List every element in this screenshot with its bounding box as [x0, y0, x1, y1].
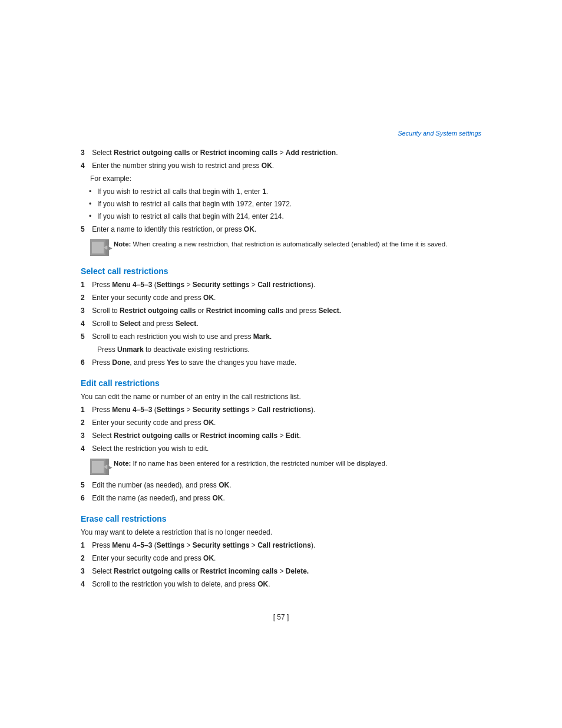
note-1-text: Note: When creating a new restriction, t…: [114, 239, 447, 249]
select-s4-text: Scroll to Select and press Select.: [92, 319, 198, 328]
edit-s4-num: 4: [81, 443, 90, 454]
select-s2-num: 2: [81, 292, 90, 303]
select-s6-text: Press Done, and press Yes to save the ch…: [92, 358, 296, 367]
select-step-1: 1 Press Menu 4–5–3 (Settings > Security …: [81, 279, 481, 290]
page-container: Security and System settings 3 Select Re…: [0, 0, 562, 728]
edit-heading: Edit call restrictions: [81, 378, 481, 388]
edit-step-4: 4 Select the restriction you wish to edi…: [81, 443, 481, 454]
edit-s1-num: 1: [81, 404, 90, 415]
for-example-label: For example:: [81, 173, 481, 184]
select-step-5: 5 Scroll to each restriction you wish to…: [81, 331, 481, 342]
header-label: Security and System settings: [81, 130, 481, 137]
note-icon-2: [90, 459, 109, 475]
edit-s4-text: Select the restriction you wish to edit.: [92, 444, 209, 453]
edit-s5-text: Edit the number (as needed), and press O…: [92, 481, 231, 489]
edit-s2-num: 2: [81, 417, 90, 428]
edit-s3-num: 3: [81, 430, 90, 441]
erase-step-2: 2 Enter your security code and press OK.: [81, 553, 481, 564]
select-s5-text: Scroll to each restriction you wish to u…: [92, 332, 272, 341]
edit-step-3: 3 Select Restrict outgoing calls or Rest…: [81, 430, 481, 441]
select-s6-num: 6: [81, 357, 90, 368]
edit-s6-num: 6: [81, 493, 90, 503]
erase-s1-text: Press Menu 4–5–3 (Settings > Security se…: [92, 541, 315, 549]
bullet-item-3: If you wish to restrict all calls that b…: [97, 211, 481, 222]
edit-step-6: 6 Edit the name (as needed), and press O…: [81, 493, 481, 503]
select-step-4: 4 Scroll to Select and press Select.: [81, 318, 481, 329]
bullet-list: If you wish to restrict all calls that b…: [81, 186, 481, 222]
erase-s4-text: Scroll to the restriction you wish to de…: [92, 580, 270, 588]
step-4-number: 4: [81, 160, 90, 171]
edit-step-5: 5 Edit the number (as needed), and press…: [81, 480, 481, 490]
erase-s1-num: 1: [81, 540, 90, 551]
erase-s3-text: Select Restrict outgoing calls or Restri…: [92, 567, 309, 575]
edit-step-2: 2 Enter your security code and press OK.: [81, 417, 481, 428]
step-3-text: Select Restrict outgoing calls or Restri…: [92, 149, 338, 157]
select-step-6: 6 Press Done, and press Yes to save the …: [81, 357, 481, 368]
step-4-line: 4 Enter the number string you wish to re…: [81, 160, 481, 171]
erase-step-4: 4 Scroll to the restriction you wish to …: [81, 579, 481, 589]
edit-s3-text: Select Restrict outgoing calls or Restri…: [92, 431, 300, 440]
select-s5-num: 5: [81, 331, 90, 342]
step-5-text: Enter a name to identify this restrictio…: [92, 225, 256, 233]
erase-s4-num: 4: [81, 579, 90, 589]
erase-step-3: 3 Select Restrict outgoing calls or Rest…: [81, 566, 481, 577]
select-s4-num: 4: [81, 318, 90, 329]
svg-rect-2: [92, 242, 104, 253]
select-s2-text: Enter your security code and press OK.: [92, 294, 216, 302]
select-s3-num: 3: [81, 305, 90, 316]
page-number: [ 57 ]: [81, 613, 481, 621]
select-step-3: 3 Scroll to Restrict outgoing calls or R…: [81, 305, 481, 316]
note-box-1: Note: When creating a new restriction, t…: [90, 239, 481, 256]
erase-heading: Erase call restrictions: [81, 514, 481, 523]
bullet-item-2: If you wish to restrict all calls that b…: [97, 199, 481, 209]
note-2-text: Note: If no name has been entered for a …: [114, 459, 387, 469]
note-icon-1: [90, 239, 109, 256]
select-s1-text: Press Menu 4–5–3 (Settings > Security se…: [92, 281, 315, 289]
step-5-number: 5: [81, 224, 90, 235]
note-1-content: When creating a new restriction, that re…: [133, 241, 448, 248]
svg-rect-6: [92, 461, 104, 473]
note-box-2: Note: If no name has been entered for a …: [90, 459, 481, 475]
erase-s2-text: Enter your security code and press OK.: [92, 554, 216, 562]
content-area: Security and System settings 3 Select Re…: [81, 0, 481, 657]
select-step-2: 2 Enter your security code and press OK.: [81, 292, 481, 303]
step-5-line: 5 Enter a name to identify this restrict…: [81, 224, 481, 235]
edit-step-1: 1 Press Menu 4–5–3 (Settings > Security …: [81, 404, 481, 415]
erase-s2-num: 2: [81, 553, 90, 564]
edit-s1-text: Press Menu 4–5–3 (Settings > Security se…: [92, 406, 315, 414]
edit-s5-num: 5: [81, 480, 90, 490]
erase-intro: You may want to delete a restriction tha…: [81, 527, 481, 538]
select-s1-num: 1: [81, 279, 90, 290]
note-2-label: Note:: [114, 460, 131, 467]
edit-intro: You can edit the name or number of an en…: [81, 391, 481, 402]
edit-s2-text: Enter your security code and press OK.: [92, 419, 216, 427]
select-unmark-line: Press Unmark to deactivate existing rest…: [81, 344, 481, 355]
select-heading: Select call restrictions: [81, 266, 481, 276]
note-1-label: Note:: [114, 241, 131, 248]
erase-s3-num: 3: [81, 566, 90, 577]
erase-step-1: 1 Press Menu 4–5–3 (Settings > Security …: [81, 540, 481, 551]
note-2-content: If no name has been entered for a restri…: [133, 460, 387, 467]
bullet-item-1: If you wish to restrict all calls that b…: [97, 186, 481, 197]
header-label-text: Security and System settings: [398, 130, 481, 137]
step-4-text: Enter the number string you wish to rest…: [92, 162, 274, 170]
step-3-line: 3 Select Restrict outgoing calls or Rest…: [81, 147, 481, 158]
select-s3-text: Scroll to Restrict outgoing calls or Res…: [92, 307, 341, 315]
step-3-number: 3: [81, 147, 90, 158]
edit-s6-text: Edit the name (as needed), and press OK.: [92, 494, 224, 502]
